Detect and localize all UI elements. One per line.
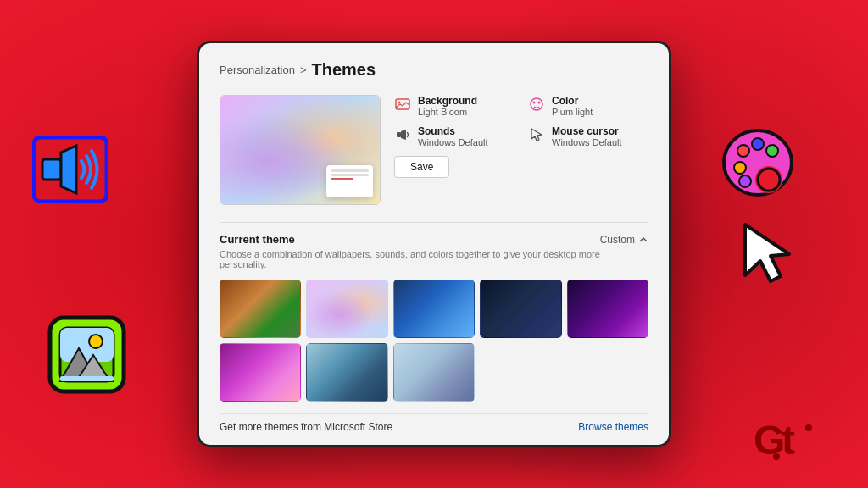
theme-wallpaper <box>220 96 380 204</box>
mouse-cursor-value: Windows Default <box>552 137 622 147</box>
image-decoration <box>47 314 127 395</box>
theme-thumb-flow[interactable] <box>393 343 475 402</box>
svg-point-21 <box>773 453 780 460</box>
breadcrumb: Personalization > Themes <box>220 60 648 80</box>
background-text: Background Light Bloom <box>418 95 477 117</box>
theme-info: Background Light Bloom <box>394 95 648 178</box>
dialog-line-1 <box>331 169 369 172</box>
theme-thumb-captured-motion[interactable] <box>220 343 301 402</box>
mouse-cursor-text: Mouse cursor Windows Default <box>552 125 622 147</box>
svg-point-27 <box>538 102 541 104</box>
svg-rect-5 <box>60 328 114 362</box>
color-text: Color Plum light <box>552 95 593 117</box>
svg-rect-23 <box>396 99 409 109</box>
theme-thumb-windows11-blue[interactable] <box>393 280 475 338</box>
sounds-info: Sounds Windows Default <box>394 125 515 147</box>
svg-point-16 <box>734 162 746 174</box>
sounds-icon <box>394 126 411 143</box>
speaker-decoration <box>32 136 108 203</box>
svg-point-25 <box>531 98 542 110</box>
theme-preview-section: Background Light Bloom <box>220 95 648 205</box>
svg-point-26 <box>533 102 536 104</box>
save-button[interactable]: Save <box>394 156 449 178</box>
color-label: Color <box>552 95 593 107</box>
sounds-text: Sounds Windows Default <box>418 125 488 147</box>
sounds-label: Sounds <box>418 125 488 137</box>
svg-point-6 <box>89 335 103 348</box>
current-theme-description: Choose a combination of wallpapers, soun… <box>220 249 648 269</box>
svg-text:G: G <box>754 418 785 463</box>
svg-point-15 <box>766 145 778 157</box>
palette-decoration <box>720 127 796 199</box>
background-icon <box>394 96 411 113</box>
theme-thumb-glow[interactable] <box>567 280 648 338</box>
svg-point-22 <box>805 424 812 431</box>
browse-themes-link[interactable]: Browse themes <box>578 421 648 433</box>
background-info: Background Light Bloom <box>394 95 515 117</box>
dialog-line-3 <box>331 178 353 180</box>
get-more-themes-text: Get more themes from Microsoft Store <box>220 421 392 433</box>
svg-point-13 <box>737 145 749 157</box>
svg-marker-2 <box>61 146 76 193</box>
dialog-line-2 <box>331 174 369 176</box>
svg-point-17 <box>739 175 751 187</box>
chevron-up-icon <box>638 235 648 245</box>
breadcrumb-current: Themes <box>311 60 376 80</box>
svg-marker-30 <box>531 129 542 141</box>
svg-marker-18 <box>745 225 789 281</box>
custom-label: Custom <box>600 234 635 246</box>
color-icon <box>528 96 545 113</box>
color-info: Color Plum light <box>528 95 648 117</box>
svg-rect-28 <box>397 132 401 137</box>
breadcrumb-parent[interactable]: Personalization <box>220 64 295 76</box>
cursor-decoration <box>737 220 796 284</box>
theme-info-grid: Background Light Bloom <box>394 95 648 147</box>
svg-point-14 <box>752 138 764 150</box>
breadcrumb-separator: > <box>300 64 307 76</box>
color-value: Plum light <box>552 107 593 117</box>
svg-rect-9 <box>60 376 114 381</box>
mouse-cursor-info: Mouse cursor Windows Default <box>528 125 648 147</box>
current-theme-title: Current theme <box>220 233 295 246</box>
svg-rect-1 <box>42 159 61 180</box>
theme-thumb-sea[interactable] <box>306 343 387 402</box>
mouse-cursor-icon <box>528 126 545 143</box>
svg-point-24 <box>398 102 401 104</box>
current-theme-section: Current theme Custom Choose a combinatio… <box>220 222 648 433</box>
current-theme-header: Current theme Custom <box>220 233 648 246</box>
guiding-tech-logo: G t <box>749 416 817 463</box>
background-value: Light Bloom <box>418 107 477 117</box>
theme-thumb-windows11-dark[interactable] <box>480 280 561 338</box>
svg-point-12 <box>758 169 780 191</box>
svg-text:t: t <box>782 418 795 463</box>
theme-thumb-autumn[interactable] <box>220 280 301 338</box>
background-label: Background <box>418 95 477 107</box>
settings-window: Personalization > Themes <box>197 41 671 447</box>
custom-dropdown[interactable]: Custom <box>600 234 648 246</box>
theme-thumb-light-bloom[interactable] <box>306 280 387 338</box>
bottom-bar: Get more themes from Microsoft Store Bro… <box>220 413 648 433</box>
mouse-cursor-label: Mouse cursor <box>552 125 622 137</box>
sounds-value: Windows Default <box>418 137 488 147</box>
theme-preview-image <box>220 95 381 205</box>
svg-marker-29 <box>401 130 406 140</box>
theme-dialog-preview <box>326 165 373 197</box>
themes-grid <box>220 280 648 402</box>
